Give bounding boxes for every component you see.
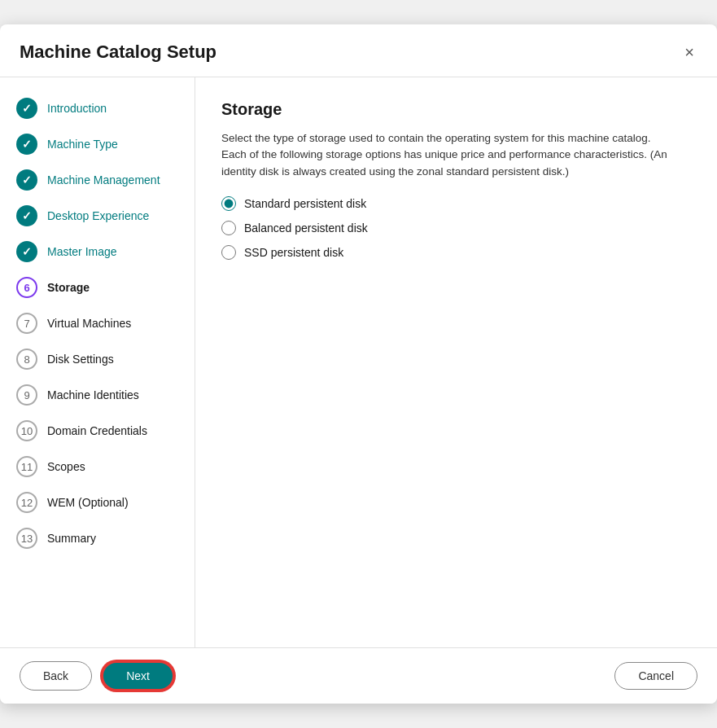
dialog-title: Machine Catalog Setup bbox=[20, 42, 216, 63]
storage-radio-balanced[interactable] bbox=[221, 221, 236, 235]
sidebar: ✓Introduction✓Machine Type✓Machine Manag… bbox=[0, 77, 195, 647]
step-indicator-master-image: ✓ bbox=[16, 241, 37, 262]
sidebar-item-storage[interactable]: 6Storage bbox=[0, 270, 195, 305]
step-indicator-machine-management: ✓ bbox=[16, 169, 37, 191]
sidebar-label-desktop-experience: Desktop Experience bbox=[47, 209, 149, 222]
section-title: Storage bbox=[221, 100, 691, 119]
storage-option-balanced[interactable]: Balanced persistent disk bbox=[221, 221, 691, 235]
sidebar-label-introduction: Introduction bbox=[47, 102, 107, 115]
storage-description: Select the type of storage used to conta… bbox=[221, 130, 677, 180]
sidebar-item-machine-management[interactable]: ✓Machine Management bbox=[0, 162, 195, 198]
step-indicator-introduction: ✓ bbox=[16, 98, 37, 119]
step-indicator-domain-credentials: 10 bbox=[16, 420, 37, 441]
storage-option-ssd[interactable]: SSD persistent disk bbox=[221, 245, 691, 260]
sidebar-item-desktop-experience[interactable]: ✓Desktop Experience bbox=[0, 198, 195, 234]
next-button[interactable]: Next bbox=[102, 661, 174, 691]
cancel-button[interactable]: Cancel bbox=[614, 662, 697, 690]
sidebar-item-disk-settings[interactable]: 8Disk Settings bbox=[0, 341, 195, 377]
sidebar-label-master-image: Master Image bbox=[47, 245, 117, 258]
sidebar-item-machine-type[interactable]: ✓Machine Type bbox=[0, 126, 195, 162]
sidebar-label-domain-credentials: Domain Credentials bbox=[47, 424, 147, 437]
step-indicator-machine-identities: 9 bbox=[16, 384, 37, 406]
sidebar-label-machine-type: Machine Type bbox=[47, 138, 118, 151]
step-indicator-desktop-experience: ✓ bbox=[16, 205, 37, 226]
storage-option-label-ssd: SSD persistent disk bbox=[244, 246, 343, 259]
storage-options: Standard persistent diskBalanced persist… bbox=[221, 196, 691, 260]
sidebar-item-introduction[interactable]: ✓Introduction bbox=[0, 90, 195, 126]
storage-option-standard[interactable]: Standard persistent disk bbox=[221, 196, 691, 211]
dialog-header: Machine Catalog Setup × bbox=[0, 24, 717, 77]
dialog-footer: Back Next Cancel bbox=[0, 647, 717, 704]
sidebar-item-machine-identities[interactable]: 9Machine Identities bbox=[0, 377, 195, 413]
sidebar-label-machine-identities: Machine Identities bbox=[47, 388, 139, 401]
step-indicator-disk-settings: 8 bbox=[16, 349, 37, 370]
sidebar-label-storage: Storage bbox=[47, 281, 90, 294]
sidebar-label-disk-settings: Disk Settings bbox=[47, 353, 114, 366]
storage-option-label-balanced: Balanced persistent disk bbox=[244, 221, 368, 235]
sidebar-item-scopes[interactable]: 11Scopes bbox=[0, 449, 195, 485]
sidebar-label-summary: Summary bbox=[47, 532, 96, 545]
step-indicator-scopes: 11 bbox=[16, 456, 37, 477]
sidebar-item-domain-credentials[interactable]: 10Domain Credentials bbox=[0, 413, 195, 449]
step-indicator-summary: 13 bbox=[16, 528, 37, 549]
machine-catalog-setup-dialog: Machine Catalog Setup × ✓Introduction✓Ma… bbox=[0, 24, 717, 704]
sidebar-label-machine-management: Machine Management bbox=[47, 173, 160, 186]
sidebar-item-virtual-machines[interactable]: 7Virtual Machines bbox=[0, 305, 195, 341]
footer-left: Back Next bbox=[20, 661, 174, 691]
sidebar-label-wem-optional: WEM (Optional) bbox=[47, 496, 129, 509]
sidebar-label-virtual-machines: Virtual Machines bbox=[47, 317, 131, 330]
storage-radio-ssd[interactable] bbox=[221, 245, 236, 260]
step-indicator-storage: 6 bbox=[16, 277, 37, 298]
step-indicator-virtual-machines: 7 bbox=[16, 313, 37, 334]
dialog-body: ✓Introduction✓Machine Type✓Machine Manag… bbox=[0, 77, 717, 647]
back-button[interactable]: Back bbox=[20, 661, 92, 691]
storage-radio-standard[interactable] bbox=[221, 196, 236, 211]
sidebar-item-summary[interactable]: 13Summary bbox=[0, 520, 195, 556]
storage-option-label-standard: Standard persistent disk bbox=[244, 197, 366, 210]
sidebar-item-wem-optional[interactable]: 12WEM (Optional) bbox=[0, 485, 195, 520]
sidebar-item-master-image[interactable]: ✓Master Image bbox=[0, 234, 195, 270]
step-indicator-machine-type: ✓ bbox=[16, 134, 37, 155]
close-button[interactable]: × bbox=[681, 41, 697, 64]
sidebar-label-scopes: Scopes bbox=[47, 460, 85, 473]
main-content: Storage Select the type of storage used … bbox=[195, 77, 717, 647]
step-indicator-wem-optional: 12 bbox=[16, 492, 37, 513]
